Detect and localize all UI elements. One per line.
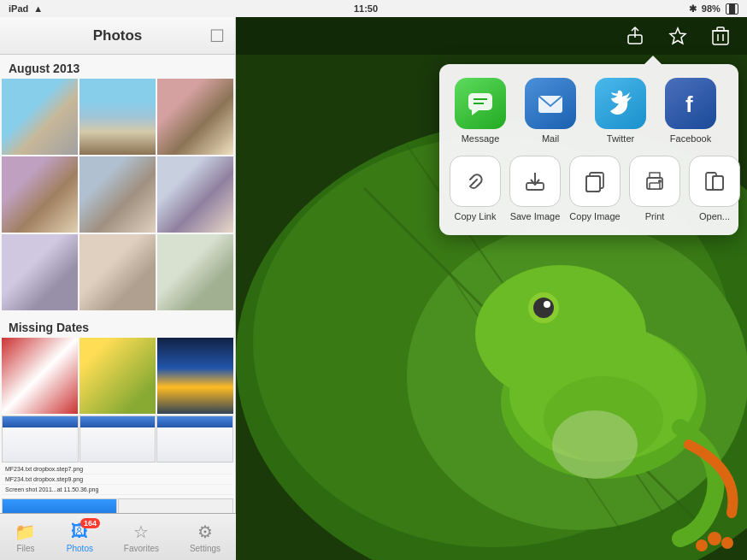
action-print[interactable]: Print xyxy=(629,156,680,221)
copy-image-label: Copy Image xyxy=(569,211,620,221)
right-panel: Message Mail xyxy=(236,17,747,560)
svg-rect-41 xyxy=(713,176,723,190)
status-time: 11:50 xyxy=(354,3,378,14)
svg-point-14 xyxy=(696,539,708,551)
ipad-label: iPad xyxy=(9,3,28,14)
svg-rect-26 xyxy=(468,93,492,110)
thumb-girl3[interactable] xyxy=(79,156,156,233)
svg-point-17 xyxy=(552,410,638,479)
star-button[interactable] xyxy=(665,23,691,49)
thumb-screenshot1[interactable] xyxy=(2,416,79,463)
facebook-icon: f xyxy=(665,78,716,129)
wifi-icon: ▲ xyxy=(33,3,43,14)
svg-point-11 xyxy=(533,298,554,318)
file-item-1[interactable]: MF234.txt dropbox.step7.png xyxy=(2,464,233,475)
thumb-boats[interactable] xyxy=(79,79,156,155)
open-in-icon xyxy=(689,156,740,207)
svg-marker-20 xyxy=(670,28,685,44)
file-item-3[interactable]: Screen shot 2011...at 11.50.36.png xyxy=(2,485,233,495)
svg-rect-38 xyxy=(650,183,660,189)
share-message[interactable]: Message xyxy=(450,78,511,144)
mail-label: Mail xyxy=(542,133,559,144)
copy-image-icon xyxy=(569,156,621,207)
photos-scroll[interactable]: August 2013 Missing Dates xyxy=(0,55,235,560)
svg-point-39 xyxy=(658,180,662,183)
message-label: Message xyxy=(462,133,500,144)
svg-rect-35 xyxy=(586,176,600,192)
share-button[interactable] xyxy=(622,23,648,49)
copy-link-label: Copy Link xyxy=(455,211,497,221)
left-header: Photos ☐ xyxy=(0,17,235,55)
svg-marker-27 xyxy=(472,110,479,115)
save-image-icon xyxy=(509,156,561,207)
action-open-in[interactable]: Open... xyxy=(689,156,740,221)
thumb-chick[interactable] xyxy=(79,338,156,414)
august-grid xyxy=(0,79,235,310)
svg-text:f: f xyxy=(685,91,693,117)
left-panel: Photos ☐ August 2013 Missing Dates xyxy=(0,17,236,560)
nav-files[interactable]: 📁 Files xyxy=(9,518,43,557)
right-header xyxy=(236,17,747,55)
main-layout: Photos ☐ August 2013 Missing Dates xyxy=(0,17,747,560)
file-item-2[interactable]: MF234.txt dropbox.step9.png xyxy=(2,475,233,485)
thumb-screenshot2[interactable] xyxy=(79,416,156,463)
nav-photos-label: Photos xyxy=(67,544,93,553)
save-image-label: Save Image xyxy=(510,211,561,221)
nav-favorites-label: Favorites xyxy=(124,544,159,553)
print-icon xyxy=(629,156,680,207)
select-all-icon[interactable]: ☐ xyxy=(209,26,225,46)
photos-badge: 164 xyxy=(80,518,100,528)
missing-grid xyxy=(0,338,235,414)
copy-link-icon xyxy=(450,156,501,207)
nav-favorites[interactable]: ☆ Favorites xyxy=(117,518,166,557)
share-twitter[interactable]: Twitter xyxy=(590,78,651,144)
favorites-icon: ☆ xyxy=(131,522,151,542)
thumb-girls6[interactable] xyxy=(79,234,156,310)
bluetooth-icon: ✱ xyxy=(689,3,697,15)
thumb-beach[interactable] xyxy=(2,79,78,155)
thumb-girls7[interactable] xyxy=(157,234,233,310)
nav-photos[interactable]: 🖼 164 Photos xyxy=(60,518,100,557)
bottom-nav: 📁 Files 🖼 164 Photos ☆ Favorites ⚙ Setti… xyxy=(0,513,236,560)
thumb-screenshot3[interactable] xyxy=(156,416,233,463)
battery-icon: █ xyxy=(726,3,738,15)
svg-point-13 xyxy=(708,532,721,545)
share-popup: Message Mail xyxy=(439,64,738,235)
screenshot-row xyxy=(0,416,235,463)
svg-rect-21 xyxy=(713,31,728,44)
thumb-girls4[interactable] xyxy=(157,156,233,233)
action-save-image[interactable]: Save Image xyxy=(509,156,561,221)
action-copy-link[interactable]: Copy Link xyxy=(450,156,501,221)
open-in-label: Open... xyxy=(699,211,730,221)
status-right: ✱ 98% █ xyxy=(689,3,738,15)
facebook-label: Facebook xyxy=(670,133,711,144)
trash-button[interactable] xyxy=(708,23,733,49)
thumb-girl1[interactable] xyxy=(157,79,233,155)
share-actions-row: Copy Link Save Image xyxy=(450,156,728,221)
settings-icon: ⚙ xyxy=(195,522,215,542)
share-facebook[interactable]: f Facebook xyxy=(660,78,721,144)
share-apps-row: Message Mail xyxy=(450,78,728,144)
thumb-city[interactable] xyxy=(157,338,233,414)
status-left: iPad ▲ xyxy=(9,3,43,14)
thumb-girl2[interactable] xyxy=(2,156,78,233)
svg-point-12 xyxy=(544,301,550,308)
nav-settings-label: Settings xyxy=(190,544,221,553)
section-august: August 2013 xyxy=(0,55,235,79)
thumb-girls5[interactable] xyxy=(2,234,78,310)
twitter-label: Twitter xyxy=(607,133,634,144)
twitter-icon xyxy=(595,78,646,129)
action-copy-image[interactable]: Copy Image xyxy=(569,156,621,221)
share-mail[interactable]: Mail xyxy=(520,78,581,144)
panel-title: Photos xyxy=(93,27,143,44)
svg-point-15 xyxy=(721,537,733,549)
nav-files-label: Files xyxy=(16,544,34,553)
nav-settings[interactable]: ⚙ Settings xyxy=(183,518,227,557)
section-missing: Missing Dates xyxy=(0,314,235,338)
svg-rect-23 xyxy=(717,27,724,31)
battery-label: 98% xyxy=(702,3,721,14)
message-icon xyxy=(455,78,506,129)
thumb-chess[interactable] xyxy=(2,338,78,414)
status-bar: iPad ▲ 11:50 ✱ 98% █ xyxy=(0,0,747,17)
mail-icon xyxy=(525,78,576,129)
